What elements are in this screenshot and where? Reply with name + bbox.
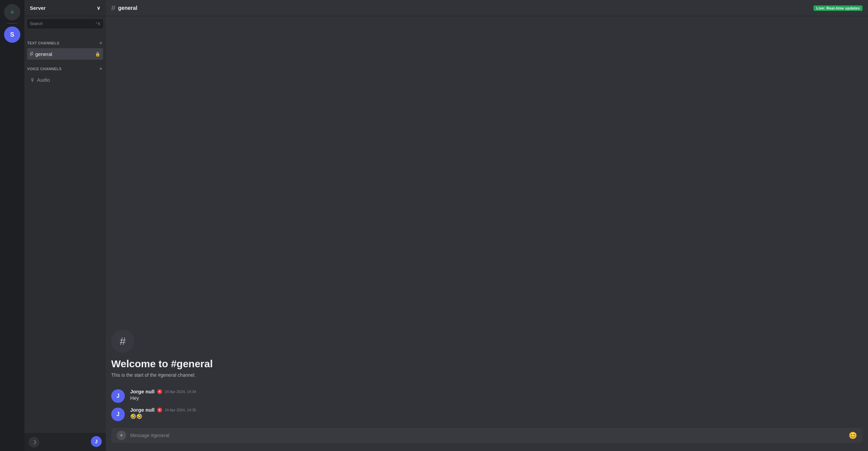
search-placeholder: Search (30, 21, 93, 26)
channel-lock-icon: 🔒 (95, 52, 100, 57)
message-content-1: Jorge null ● 24 Apr 2024, 14:34 Hey (130, 389, 863, 403)
message-input-box: + 😊 (111, 428, 863, 443)
message-avatar-2: J (111, 408, 125, 421)
message-group-2: J Jorge null ● 24 Apr 2024, 14:35 🤣🤣 (106, 406, 868, 423)
message-input-area: + 😊 (106, 428, 868, 451)
channel-header-left: # general (111, 4, 137, 13)
welcome-description: This is the start of the #general channe… (111, 372, 863, 378)
message-author-1: Jorge null (130, 389, 155, 394)
live-badge: Live: Real-time updates (813, 5, 863, 11)
server-list-divider (7, 23, 18, 24)
add-voice-channel-button[interactable]: + (99, 65, 103, 73)
moon-icon-button[interactable]: ☽ (28, 437, 39, 448)
channel-name-general: general (35, 51, 93, 57)
server-list: + S (0, 0, 24, 451)
microphone-icon: 🎙 (30, 77, 35, 83)
search-shortcut: ⌃K (95, 22, 100, 26)
add-server-button[interactable]: + (4, 4, 20, 20)
add-text-channel-button[interactable]: + (99, 39, 103, 47)
channel-item-general[interactable]: # general 🔒 (27, 48, 103, 60)
welcome-icon: # (111, 330, 134, 353)
main-server-icon[interactable]: S (4, 26, 20, 43)
message-input[interactable] (130, 433, 845, 438)
message-author-2: Jorge null (130, 407, 155, 413)
voice-channel-name-audio: Audio (37, 77, 100, 83)
text-channels-label: TEXT CHANNELS (27, 41, 59, 45)
messages-area: # Welcome to #general This is the start … (106, 16, 868, 428)
channel-hash-icon: # (30, 51, 33, 57)
message-status-dot-1: ● (157, 389, 162, 394)
welcome-section: # Welcome to #general This is the start … (106, 324, 868, 386)
chevron-down-icon: ∨ (97, 5, 100, 11)
message-timestamp-2: 24 Apr 2024, 14:35 (165, 408, 196, 412)
server-name: Server (30, 5, 46, 11)
voice-channels-label: VOICE CHANNELS (27, 67, 61, 71)
message-header-1: Jorge null ● 24 Apr 2024, 14:34 (130, 389, 863, 394)
message-avatar-1: J (111, 389, 125, 403)
channel-header: # general Live: Real-time updates (106, 0, 868, 16)
text-channels-category[interactable]: TEXT CHANNELS + (24, 34, 106, 48)
message-header-2: Jorge null ● 24 Apr 2024, 14:35 (130, 407, 863, 413)
server-header[interactable]: Server ∨ (24, 0, 106, 16)
voice-channels-category[interactable]: VOICE CHANNELS + (24, 60, 106, 74)
message-status-dot-2: ● (157, 408, 162, 412)
channels-list: TEXT CHANNELS + # general 🔒 VOICE CHANNE… (24, 31, 106, 433)
emoji-picker-button[interactable]: 😊 (849, 431, 857, 439)
message-group-1: J Jorge null ● 24 Apr 2024, 14:34 Hey (106, 387, 868, 404)
user-avatar-bottom[interactable]: J (91, 436, 102, 447)
channel-header-name: general (118, 5, 137, 11)
message-text-1: Hey (130, 395, 863, 402)
welcome-title: Welcome to #general (111, 358, 863, 370)
search-bar[interactable]: Search ⌃K (27, 19, 103, 28)
message-timestamp-1: 24 Apr 2024, 14:34 (165, 390, 196, 394)
message-text-2: 🤣🤣 (130, 413, 863, 420)
main-content: # general Live: Real-time updates # Welc… (106, 0, 868, 451)
channel-sidebar: Server ∨ Search ⌃K TEXT CHANNELS + # gen… (24, 0, 106, 451)
add-attachment-button[interactable]: + (117, 431, 126, 440)
voice-channel-audio[interactable]: 🎙 Audio (27, 74, 103, 85)
message-content-2: Jorge null ● 24 Apr 2024, 14:35 🤣🤣 (130, 407, 863, 421)
channel-header-hash-icon: # (111, 4, 115, 13)
